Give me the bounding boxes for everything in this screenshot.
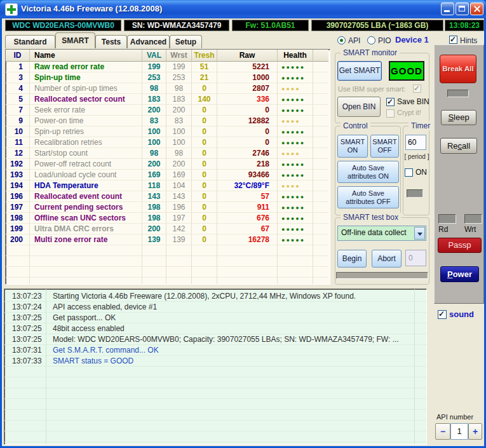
health-dots: ●●●●● [281, 194, 305, 200]
attr-wrst: 139 [166, 234, 192, 245]
attr-tresh: 0 [192, 224, 217, 234]
timer-on-checkbox[interactable] [405, 168, 413, 177]
attr-raw: 67 [217, 224, 278, 234]
attr-raw: 5221 [217, 62, 278, 72]
auto-save-attributes-off-button[interactable]: Auto Save attributes OFF [337, 186, 399, 208]
minimize-button[interactable] [441, 3, 454, 15]
sleep-button[interactable]: Sleep [441, 110, 476, 125]
api-number-increment-button[interactable]: + [468, 423, 482, 440]
table-row[interactable]: 1Raw read error rate199199515221●●●●● [6, 62, 330, 72]
attr-name: Number of spin-up times [30, 83, 142, 94]
get-smart-button[interactable]: Get SMART [337, 61, 382, 81]
attr-extra [313, 191, 328, 202]
table-row[interactable]: 7Seek error rate20020000●●●●● [6, 105, 330, 116]
log-time: 13:07:33 [12, 356, 44, 367]
attr-val: 100 [142, 137, 166, 148]
save-bin-checkbox[interactable] [386, 98, 395, 106]
log-time: 13:07:25 [12, 313, 44, 323]
smart-test-box-label: SMART test box [341, 213, 401, 222]
table-row[interactable]: 198Offline scan UNC sectors1981970676●●●… [6, 213, 330, 224]
health-dots: ●●●● [281, 118, 300, 125]
table-row[interactable]: 4Number of spin-up times989802807●●●● [6, 83, 330, 94]
dropdown-button[interactable] [414, 227, 425, 240]
attr-name: Multi zone error rate [30, 234, 142, 245]
api-radio[interactable] [337, 36, 346, 44]
attr-name: Load/unload cycle count [30, 170, 142, 180]
tab-setup[interactable]: Setup [170, 35, 202, 48]
attr-val: 169 [142, 170, 166, 180]
recall-button[interactable]: Recall [440, 138, 477, 154]
smart-on-button[interactable]: SMART ON [337, 135, 368, 158]
tab-standard[interactable]: Standard [5, 35, 55, 48]
empty-cell [313, 245, 328, 256]
attr-name: Recalibration retries [30, 137, 142, 148]
smart-off-button[interactable]: SMART OFF [370, 135, 399, 158]
attr-wrst: 197 [166, 213, 192, 224]
table-row[interactable]: 192Power-off retract count2002000218●●●●… [6, 159, 330, 170]
empty-cell [278, 256, 313, 267]
attr-wrst: 104 [166, 180, 192, 191]
table-row[interactable]: 196Reallocated event count143143057●●●●● [6, 191, 330, 202]
abort-button[interactable]: Abort [372, 250, 402, 268]
auto-save-attributes-on-button[interactable]: Auto Save attributes ON [337, 161, 399, 183]
title-bar: Victoria 4.46b Freeware (12.08.2008) [0, 0, 486, 18]
attr-health: ●●●●● [278, 224, 313, 234]
table-row[interactable]: 193Load/unload cycle count169169093466●●… [6, 170, 330, 180]
power-button[interactable]: Power [440, 266, 479, 282]
begin-button[interactable]: Begin [337, 250, 367, 268]
table-row[interactable]: 10Spin-up retries10010000●●●●● [6, 126, 330, 137]
empty-cell [217, 278, 278, 285]
attr-id: 200 [6, 234, 30, 245]
table-row[interactable]: 9Power-on time8383012882●●●● [6, 116, 330, 126]
attr-wrst: 200 [166, 159, 192, 170]
table-row[interactable]: 200Multi zone error rate139139016278●●●●… [6, 234, 330, 245]
attr-extra [313, 83, 328, 94]
table-row[interactable]: 199Ultra DMA CRC errors200142067●●●●● [6, 224, 330, 234]
sound-checkbox[interactable] [438, 310, 447, 319]
empty-cell [192, 256, 217, 267]
attr-tresh: 0 [192, 180, 217, 191]
table-row[interactable]: 11Recalibration retries10010000●●●●● [6, 137, 330, 148]
table-row[interactable]: 5Reallocated sector count183183140336●●●… [6, 94, 330, 105]
attr-extra [313, 234, 328, 245]
break-all-button[interactable]: Break All [440, 55, 476, 83]
log-panel: 13:07:23Starting Victoria 4.46b Freeware… [4, 288, 427, 445]
empty-cell [192, 245, 217, 256]
maximize-button[interactable] [456, 3, 469, 15]
table-row[interactable]: 194HDA Temperature118104032°C/89°F●●●● [6, 180, 330, 191]
pio-radio[interactable] [367, 36, 375, 44]
attr-name: Ultra DMA CRC errors [30, 224, 142, 234]
close-button[interactable] [470, 3, 483, 15]
hints-checkbox[interactable] [449, 36, 457, 44]
api-number-decrement-button[interactable]: − [435, 423, 450, 440]
attr-val: 98 [142, 148, 166, 159]
table-row[interactable]: 12Start/stop count989802746●●●● [6, 148, 330, 159]
smart-monitor-group-label: SMART monitor [341, 48, 400, 57]
empty-cell [142, 245, 166, 256]
test-type-dropdown[interactable]: Off-line data collect [337, 226, 426, 241]
column-header-wrst: Wrst [166, 50, 192, 62]
timer-on-label: ON [415, 168, 427, 177]
table-row[interactable]: 3Spin-up time253253211000●●●●● [6, 72, 330, 83]
attr-health: ●●●●● [278, 105, 313, 116]
table-row[interactable]: 197Current pending sectors1981960911●●●●… [6, 202, 330, 213]
table-row-empty [6, 256, 330, 267]
health-dots: ●●●●● [281, 237, 305, 243]
tab-tests[interactable]: Tests [95, 35, 127, 48]
health-dots: ●●●●● [281, 97, 305, 103]
health-dots: ●●●● [281, 86, 300, 92]
drive-serial: SN: WD-WMAZA3457479 [124, 20, 229, 31]
tab-advanced[interactable]: Advanced [127, 35, 170, 48]
attr-health: ●●●● [278, 180, 313, 191]
passport-button[interactable]: Passp [438, 238, 482, 253]
pio-radio-label: PIO [378, 36, 391, 45]
crypt-it-label: Crypt it! [397, 109, 421, 116]
attr-name: Offline scan UNC sectors [30, 213, 142, 224]
open-bin-button[interactable]: Open BIN [337, 97, 381, 117]
attr-id: 11 [6, 137, 30, 148]
timer-period-input[interactable] [405, 135, 426, 150]
drive-model: WDC WD20EARS-00MVWB0 [5, 20, 121, 31]
table-header: IDNameVALWrstTreshRawHealth [6, 50, 330, 62]
tab-smart[interactable]: SMART [55, 32, 95, 48]
attr-health: ●●●●● [278, 234, 313, 245]
